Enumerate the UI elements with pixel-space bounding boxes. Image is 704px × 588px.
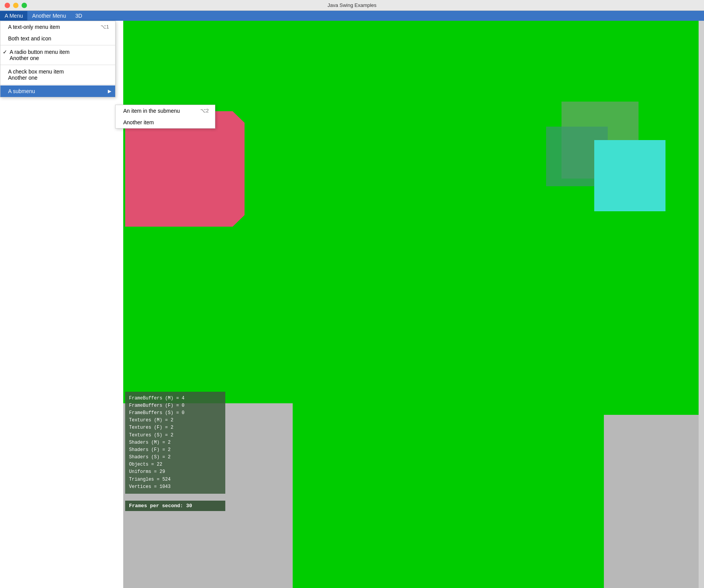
menu-item-a-menu[interactable]: A Menu bbox=[0, 11, 27, 20]
stat-line-9: Objects = 22 bbox=[129, 461, 221, 468]
menu-item-radio-label: A radio button menu item bbox=[10, 49, 70, 55]
stat-line-3: Textures (M) = 2 bbox=[129, 417, 221, 424]
menu-item-3d[interactable]: 3D bbox=[70, 11, 87, 20]
menu-item-text-only[interactable]: A text-only menu item ⌥1 bbox=[0, 21, 115, 33]
stats-overlay: FrameBuffers (M) = 4 FrameBuffers (F) = … bbox=[125, 392, 225, 494]
cyan-box bbox=[594, 140, 665, 211]
title-bar: Java Swing Examples bbox=[0, 0, 704, 11]
left-panel: A text-only menu item ⌥1 Both text and i… bbox=[0, 21, 123, 588]
stat-line-12: Vertices = 1043 bbox=[129, 483, 221, 491]
maximize-button[interactable] bbox=[22, 3, 27, 8]
submenu-item-2[interactable]: Another item bbox=[116, 117, 215, 128]
fps-display: Frames per second: 30 bbox=[125, 501, 225, 511]
stat-line-2: FrameBuffers (S) = 0 bbox=[129, 409, 221, 417]
menu-item-checkbox[interactable]: A check box menu item Another one bbox=[0, 66, 115, 84]
menu-item-text-icon-label: Both text and icon bbox=[8, 35, 51, 42]
stat-line-1: FrameBuffers (F) = 0 bbox=[129, 402, 221, 409]
submenu-item-1-shortcut: ⌥2 bbox=[200, 108, 209, 114]
menu-item-checkbox-sub-label: Another one bbox=[8, 75, 37, 81]
stat-line-11: Triangles = 524 bbox=[129, 476, 221, 483]
menu-item-checkbox-label: A check box menu item bbox=[8, 68, 64, 75]
submenu-arrow-icon: ▶ bbox=[108, 89, 111, 94]
window-title: Java Swing Examples bbox=[327, 2, 376, 8]
submenu-item-1-label: An item in the submenu bbox=[123, 108, 180, 114]
menu-item-text-only-shortcut: ⌥1 bbox=[101, 24, 109, 30]
dropdown-menu: A text-only menu item ⌥1 Both text and i… bbox=[0, 21, 116, 97]
stat-line-5: Textures (S) = 2 bbox=[129, 432, 221, 439]
radio-check-mark: ✓ bbox=[3, 49, 7, 55]
menu-item-text-only-label: A text-only menu item bbox=[8, 24, 60, 30]
submenu-item-1[interactable]: An item in the submenu ⌥2 bbox=[116, 105, 215, 117]
main-content: A text-only menu item ⌥1 Both text and i… bbox=[0, 21, 704, 588]
separator-3 bbox=[0, 84, 115, 85]
stat-line-0: FrameBuffers (M) = 4 bbox=[129, 395, 221, 402]
menu-item-another-menu[interactable]: Another Menu bbox=[27, 11, 70, 20]
menu-bar: A Menu Another Menu 3D bbox=[0, 11, 704, 21]
submenu-popup: An item in the submenu ⌥2 Another item bbox=[115, 105, 215, 129]
bottom-gray-right bbox=[604, 415, 704, 588]
pink-shape bbox=[125, 111, 245, 227]
canvas-scrollbar[interactable] bbox=[699, 21, 704, 588]
submenu-item-2-label: Another item bbox=[123, 119, 154, 125]
minimize-button[interactable] bbox=[13, 3, 18, 8]
close-button[interactable] bbox=[5, 3, 10, 8]
stat-line-8: Shaders (S) = 2 bbox=[129, 454, 221, 461]
stat-line-4: Textures (F) = 2 bbox=[129, 424, 221, 431]
menu-item-submenu[interactable]: A submenu ▶ bbox=[0, 85, 115, 97]
stat-line-10: Uniforms = 29 bbox=[129, 468, 221, 476]
menu-item-radio[interactable]: ✓ A radio button menu item Another one bbox=[0, 46, 115, 64]
separator-2 bbox=[0, 65, 115, 65]
stat-line-6: Shaders (M) = 2 bbox=[129, 439, 221, 446]
stat-line-7: Shaders (F) = 2 bbox=[129, 446, 221, 454]
separator-1 bbox=[0, 45, 115, 45]
menu-item-submenu-label: A submenu bbox=[8, 88, 35, 94]
menu-item-text-icon[interactable]: Both text and icon bbox=[0, 33, 115, 44]
menu-item-radio-sub-label: Another one bbox=[10, 55, 39, 61]
window-controls bbox=[5, 3, 27, 8]
